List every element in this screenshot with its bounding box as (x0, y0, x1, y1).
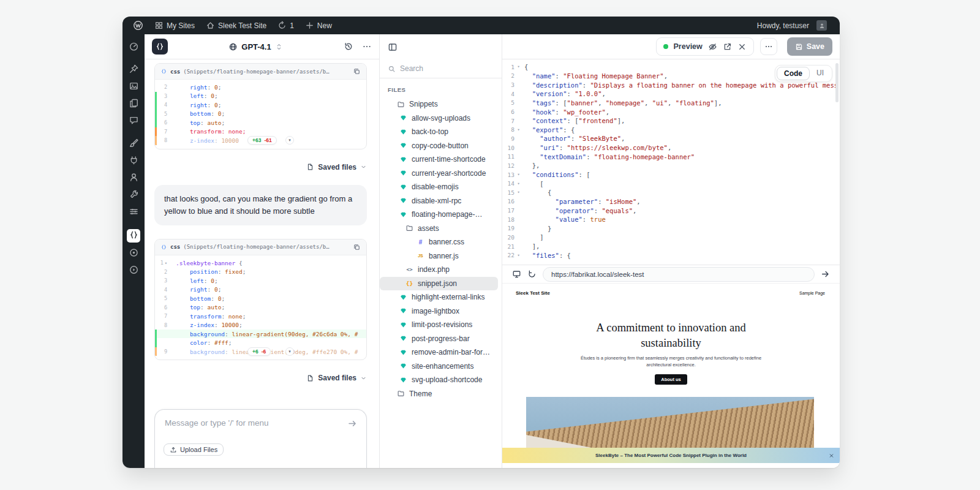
toggle-sidebar-icon[interactable] (388, 42, 398, 52)
tree-item-indexphp[interactable]: <>index.php (380, 263, 498, 277)
editor-line[interactable]: 4 "version": "1.0.0", (502, 89, 840, 99)
editor-line[interactable]: 5 "tags": ["banner", "homepage", "ui", "… (502, 99, 840, 108)
saved-files-toggle[interactable]: Saved files (154, 374, 367, 382)
chat-panel: GPT-4.1 css(Snippets/floating-homepage-b… (145, 34, 380, 468)
model-selector[interactable]: GPT-4.1 (228, 42, 282, 51)
tree-item-remove-admin-bar-for[interactable]: remove-admin-bar-for… (380, 345, 498, 360)
editor-menu-button[interactable] (760, 38, 777, 55)
tree-item-assets[interactable]: assets (380, 222, 498, 236)
editor-line[interactable]: 7 "context": ["frontend"], (502, 116, 840, 126)
device-icon[interactable] (512, 270, 521, 279)
tree-item-image-lightbox[interactable]: image-lightbox (380, 304, 498, 318)
tree-item-post-progress-bar[interactable]: post-progress-bar (380, 332, 498, 346)
tab-ui[interactable]: UI (810, 67, 831, 80)
wp-logo-menu[interactable] (127, 17, 149, 34)
updates-menu[interactable]: 1 (272, 17, 300, 34)
site-menu[interactable]: Sleek Test Site (200, 17, 272, 34)
tree-item-floating-homepage-[interactable]: floating-homepage-… (380, 208, 498, 222)
editor-line[interactable]: 12 }, (502, 161, 840, 170)
comments-icon (129, 115, 139, 128)
expand-diff-button[interactable]: ▾ (285, 347, 294, 356)
tab-code[interactable]: Code (777, 67, 810, 80)
wp-sidebar-item-collapse-menu[interactable] (127, 265, 140, 277)
editor-line[interactable]: 16 "parameter": "isHome", (502, 197, 840, 206)
editor-line[interactable]: 6 "hook": "wp_footer", (502, 107, 840, 116)
wp-sidebar-item-plugins[interactable] (127, 155, 140, 167)
account-menu[interactable]: Howdy, testuser (752, 17, 832, 34)
tree-item-copy-code-button[interactable]: copy-code-button (380, 139, 498, 153)
tree-item-svg-upload-shortcode[interactable]: svg-upload-shortcode (380, 373, 498, 387)
tree-item-allow-svg-uploads[interactable]: allow-svg-uploads (380, 111, 498, 126)
pages-icon (129, 98, 139, 111)
snippet-icon (399, 349, 407, 356)
search-input[interactable] (400, 64, 480, 73)
tree-item-bannerjs[interactable]: JSbanner.js (380, 249, 498, 263)
editor-line[interactable]: 10 "uri": "https://sleekwp.com/byte", (502, 143, 840, 153)
editor-line[interactable]: 14▾ [ (502, 179, 840, 188)
tree-item-current-time-shortcode[interactable]: current-time-shortcode (380, 153, 498, 167)
code-editor[interactable]: 1▾{2 "name": "Floating Homepage Banner",… (502, 59, 840, 265)
send-icon[interactable] (347, 418, 358, 429)
expand-diff-button[interactable]: ▾ (285, 136, 294, 145)
tree-item-site-enhancements[interactable]: site-enhancements (380, 360, 498, 374)
editor-scrollbar[interactable] (835, 63, 839, 102)
site-nav-link[interactable]: Sample Page (799, 291, 825, 295)
editor-line[interactable]: 19 } (502, 224, 840, 233)
my-sites-menu[interactable]: My Sites (149, 17, 200, 34)
wp-sidebar-item-target[interactable] (127, 247, 140, 260)
url-input[interactable] (543, 267, 815, 282)
banner-close-icon[interactable] (829, 453, 834, 458)
wp-sidebar-item-settings[interactable] (127, 206, 140, 219)
diff-badge[interactable]: +63-61 (247, 136, 277, 145)
tree-item-back-to-top[interactable]: back-to-top (380, 125, 498, 139)
wp-sidebar-item-sleekbyte-snippets[interactable] (127, 229, 140, 243)
history-button[interactable] (344, 42, 353, 51)
editor-line[interactable]: 9 "author": "SleekByte", (502, 134, 840, 143)
editor-line[interactable]: 20 ] (502, 233, 840, 242)
tree-item-snippetjson[interactable]: {}snippet.json (380, 277, 498, 291)
upload-files-button[interactable]: Upload Files (164, 443, 224, 456)
tree-item-Snippets[interactable]: Snippets (380, 97, 498, 111)
site-title[interactable]: Sleek Test Site (516, 290, 550, 296)
about-us-button[interactable]: About us (655, 374, 687, 385)
close-preview-icon[interactable] (737, 42, 747, 51)
wp-sidebar-item-users[interactable] (127, 172, 140, 184)
editor-line[interactable]: 8▾ "export": { (502, 125, 840, 134)
editor-line[interactable]: 21 ], (502, 242, 840, 251)
tree-item-disable-xml-rpc[interactable]: disable-xml-rpc (380, 194, 498, 208)
hide-preview-icon[interactable] (708, 42, 717, 51)
chat-menu-button[interactable] (362, 42, 372, 51)
saved-files-toggle[interactable]: Saved files (154, 163, 367, 172)
tree-item-Theme[interactable]: Theme (380, 387, 498, 401)
copy-code-icon[interactable] (353, 243, 361, 251)
wp-sidebar-item-dashboard[interactable] (127, 41, 140, 53)
site-heading: A commitment to innovation and sustainab… (595, 320, 748, 350)
wp-sidebar-item-appearance[interactable] (127, 138, 140, 150)
go-arrow-icon[interactable] (821, 270, 830, 279)
tree-item-disable-emojis[interactable]: disable-emojis (380, 180, 498, 194)
code-block-body: 1▾.sleekbyte-banner {2 position: fixed;3… (155, 255, 366, 360)
wp-sidebar-item-comments[interactable] (127, 115, 140, 127)
editor-line[interactable]: 11 "textDomain": "floating-homepage-bann… (502, 152, 840, 161)
wp-sidebar-item-pages[interactable] (127, 98, 140, 110)
wp-sidebar-item-posts[interactable] (127, 64, 140, 76)
reload-icon[interactable] (527, 270, 537, 279)
wp-sidebar-item-media[interactable] (127, 81, 140, 93)
editor-line[interactable]: 22▾ "files": { (502, 251, 840, 260)
editor-line[interactable]: 17 "operator": "equals", (502, 206, 840, 215)
message-input[interactable] (165, 418, 339, 428)
copy-code-icon[interactable] (353, 67, 361, 75)
editor-line[interactable]: 18 "value": true (502, 215, 840, 224)
open-external-icon[interactable] (723, 42, 732, 51)
wp-sidebar-item-tools[interactable] (127, 189, 140, 202)
tree-item-limit-post-revisions[interactable]: limit-post-revisions (380, 318, 498, 332)
tree-item-bannercss[interactable]: #banner.css (380, 235, 498, 249)
tree-item-highlight-external-links[interactable]: highlight-external-links (380, 290, 498, 304)
tree-item-current-year-shortcode[interactable]: current-year-shortcode (380, 167, 498, 181)
editor-line[interactable]: 13▾ "conditions": [ (502, 170, 840, 179)
new-content-menu[interactable]: New (300, 17, 337, 34)
editor-line[interactable]: 15▾ { (502, 188, 840, 197)
diff-badge[interactable]: +6-6 (247, 347, 271, 356)
tree-item-label: disable-emojis (412, 183, 459, 191)
save-button[interactable]: Save (787, 37, 832, 56)
